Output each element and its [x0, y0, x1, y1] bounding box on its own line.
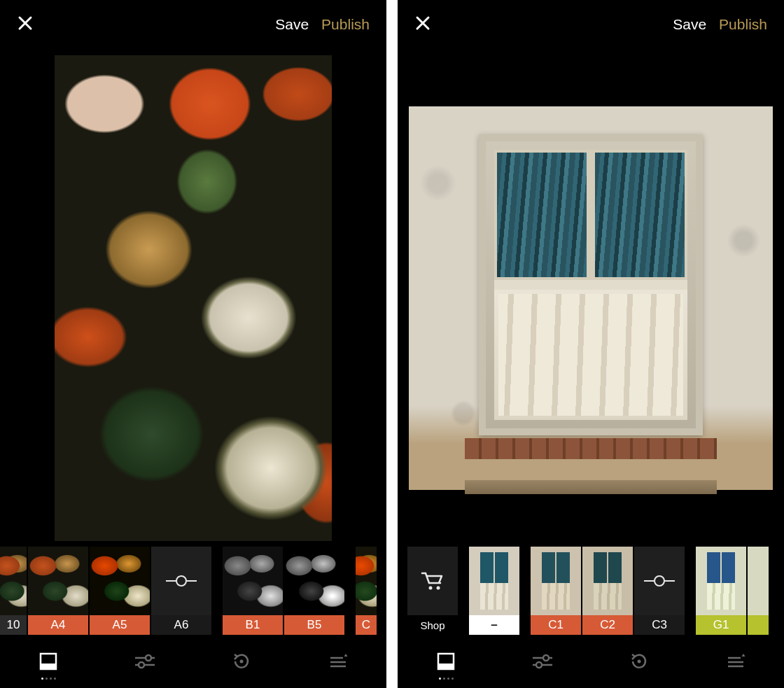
preset-tile[interactable]: A5 — [90, 547, 150, 635]
publish-button[interactable]: Publish — [321, 16, 370, 33]
adjust-tab-icon[interactable] — [131, 647, 159, 675]
publish-button[interactable]: Publish — [719, 16, 767, 33]
preset-tile[interactable]: A4 — [28, 547, 88, 635]
slider-icon — [634, 547, 685, 615]
top-bar: Save Publish — [398, 0, 784, 49]
svg-point-12 — [437, 587, 440, 590]
shop-button[interactable]: Shop — [407, 547, 458, 635]
preset-label: A4 — [28, 615, 88, 635]
preset-label: A5 — [90, 615, 150, 635]
preset-tile[interactable]: G1 — [696, 547, 746, 635]
preset-thumb — [90, 547, 150, 615]
preset-thumb — [531, 547, 581, 615]
recipe-tab-icon[interactable] — [722, 647, 750, 675]
history-tab-icon[interactable] — [625, 647, 653, 675]
preset-tile[interactable]: 10 — [0, 547, 27, 635]
editor-screen-right: Save Publish Shop – C1 — [398, 0, 784, 688]
photo-preview — [409, 106, 773, 490]
save-button[interactable]: Save — [275, 16, 309, 33]
preset-tile[interactable]: B5 — [284, 547, 344, 635]
preset-label — [748, 615, 769, 635]
editor-screen-left: Save Publish 10 A4 A5 A6 B1 B5 — [0, 0, 386, 688]
preset-intensity-tile[interactable]: C3 — [634, 547, 685, 635]
preset-tile[interactable]: C2 — [582, 547, 633, 635]
cart-icon — [407, 547, 458, 615]
preset-thumb — [284, 547, 344, 615]
photo-preview-area[interactable] — [0, 49, 386, 547]
svg-point-11 — [429, 587, 433, 590]
svg-point-3 — [146, 655, 151, 661]
preset-thumb — [582, 547, 633, 615]
svg-point-5 — [139, 662, 144, 668]
preset-label: C3 — [634, 615, 685, 635]
top-bar: Save Publish — [0, 0, 386, 49]
preset-thumb — [356, 547, 377, 615]
preset-thumb — [696, 547, 746, 615]
preset-label: 10 — [0, 615, 27, 635]
preset-tile-none[interactable]: – — [469, 547, 519, 635]
history-tab-icon[interactable] — [227, 647, 255, 675]
close-icon[interactable] — [17, 15, 34, 34]
svg-rect-14 — [438, 664, 454, 669]
preset-thumb — [0, 547, 27, 615]
photo-preview — [55, 55, 332, 541]
presets-tab-icon[interactable] — [34, 647, 62, 675]
slider-icon — [151, 547, 211, 615]
photo-preview-area[interactable] — [398, 49, 784, 547]
svg-point-6 — [240, 660, 244, 664]
preset-label: A6 — [151, 615, 211, 635]
bottom-nav — [0, 635, 386, 688]
svg-rect-1 — [41, 664, 56, 669]
preset-strip[interactable]: Shop – C1 C2 C3 G1 — [398, 547, 784, 635]
svg-point-18 — [536, 662, 542, 668]
preset-label: B5 — [284, 615, 344, 635]
preset-label: B1 — [223, 615, 283, 635]
preset-thumb — [223, 547, 283, 615]
preset-label: C1 — [531, 615, 581, 635]
preset-thumb — [469, 547, 519, 615]
preset-label: C — [356, 615, 377, 635]
bottom-nav — [398, 635, 784, 688]
svg-marker-23 — [742, 654, 746, 657]
preset-tile[interactable]: C — [356, 547, 377, 635]
close-icon[interactable] — [414, 15, 431, 34]
preset-strip[interactable]: 10 A4 A5 A6 B1 B5 C — [0, 547, 386, 635]
presets-tab-icon[interactable] — [432, 647, 460, 675]
svg-point-16 — [543, 655, 549, 661]
shop-label: Shop — [407, 615, 458, 635]
preset-tile[interactable]: C1 — [531, 547, 581, 635]
preset-thumb — [748, 547, 769, 615]
adjust-tab-icon[interactable] — [528, 647, 556, 675]
preset-label: C2 — [582, 615, 633, 635]
preset-tile[interactable]: B1 — [223, 547, 283, 635]
preset-label: G1 — [696, 615, 746, 635]
preset-tile[interactable] — [748, 547, 769, 635]
recipe-tab-icon[interactable] — [324, 647, 352, 675]
preset-intensity-tile[interactable]: A6 — [151, 547, 211, 635]
preset-thumb — [28, 547, 88, 615]
save-button[interactable]: Save — [673, 16, 706, 33]
svg-marker-10 — [344, 654, 348, 657]
svg-point-19 — [638, 660, 641, 664]
preset-label: – — [469, 615, 519, 635]
